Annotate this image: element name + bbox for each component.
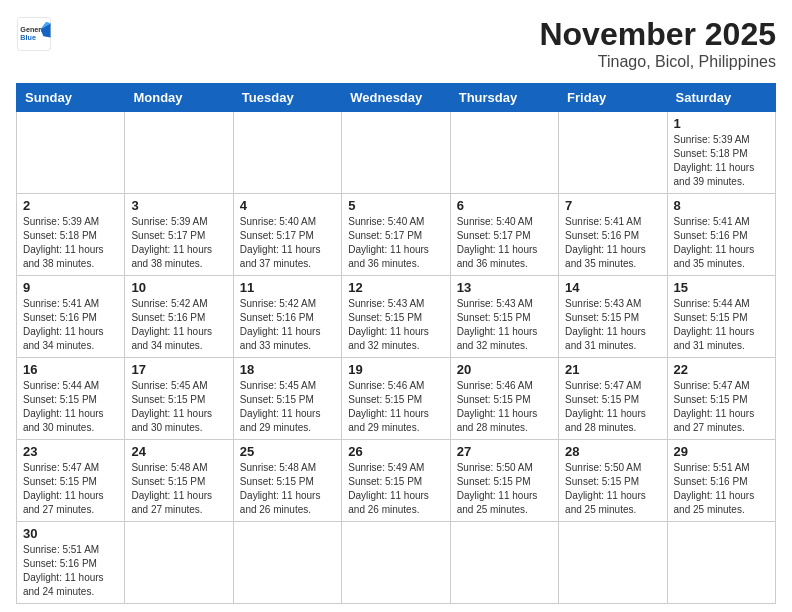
- weekday-header-friday: Friday: [559, 84, 667, 112]
- calendar-cell: 14Sunrise: 5:43 AM Sunset: 5:15 PM Dayli…: [559, 276, 667, 358]
- calendar-cell: 10Sunrise: 5:42 AM Sunset: 5:16 PM Dayli…: [125, 276, 233, 358]
- location-title: Tinago, Bicol, Philippines: [539, 53, 776, 71]
- day-info: Sunrise: 5:51 AM Sunset: 5:16 PM Dayligh…: [674, 461, 769, 517]
- week-row-4: 16Sunrise: 5:44 AM Sunset: 5:15 PM Dayli…: [17, 358, 776, 440]
- calendar-cell: [125, 112, 233, 194]
- weekday-header-tuesday: Tuesday: [233, 84, 341, 112]
- day-number: 15: [674, 280, 769, 295]
- calendar-cell: 9Sunrise: 5:41 AM Sunset: 5:16 PM Daylig…: [17, 276, 125, 358]
- day-number: 29: [674, 444, 769, 459]
- weekday-header-row: SundayMondayTuesdayWednesdayThursdayFrid…: [17, 84, 776, 112]
- day-number: 26: [348, 444, 443, 459]
- calendar-cell: [559, 112, 667, 194]
- calendar-cell: 23Sunrise: 5:47 AM Sunset: 5:15 PM Dayli…: [17, 440, 125, 522]
- week-row-2: 2Sunrise: 5:39 AM Sunset: 5:18 PM Daylig…: [17, 194, 776, 276]
- calendar-cell: [233, 112, 341, 194]
- day-info: Sunrise: 5:47 AM Sunset: 5:15 PM Dayligh…: [674, 379, 769, 435]
- week-row-1: 1Sunrise: 5:39 AM Sunset: 5:18 PM Daylig…: [17, 112, 776, 194]
- day-info: Sunrise: 5:44 AM Sunset: 5:15 PM Dayligh…: [674, 297, 769, 353]
- calendar-cell: 13Sunrise: 5:43 AM Sunset: 5:15 PM Dayli…: [450, 276, 558, 358]
- calendar-cell: [342, 112, 450, 194]
- calendar-cell: 27Sunrise: 5:50 AM Sunset: 5:15 PM Dayli…: [450, 440, 558, 522]
- month-title: November 2025: [539, 16, 776, 53]
- calendar-cell: 30Sunrise: 5:51 AM Sunset: 5:16 PM Dayli…: [17, 522, 125, 604]
- day-info: Sunrise: 5:48 AM Sunset: 5:15 PM Dayligh…: [131, 461, 226, 517]
- day-number: 25: [240, 444, 335, 459]
- day-number: 12: [348, 280, 443, 295]
- day-info: Sunrise: 5:42 AM Sunset: 5:16 PM Dayligh…: [131, 297, 226, 353]
- day-info: Sunrise: 5:51 AM Sunset: 5:16 PM Dayligh…: [23, 543, 118, 599]
- calendar-cell: 1Sunrise: 5:39 AM Sunset: 5:18 PM Daylig…: [667, 112, 775, 194]
- calendar-cell: 4Sunrise: 5:40 AM Sunset: 5:17 PM Daylig…: [233, 194, 341, 276]
- logo-svg: General Blue: [16, 16, 52, 52]
- calendar-cell: 26Sunrise: 5:49 AM Sunset: 5:15 PM Dayli…: [342, 440, 450, 522]
- day-info: Sunrise: 5:41 AM Sunset: 5:16 PM Dayligh…: [674, 215, 769, 271]
- day-number: 22: [674, 362, 769, 377]
- day-number: 10: [131, 280, 226, 295]
- day-info: Sunrise: 5:43 AM Sunset: 5:15 PM Dayligh…: [348, 297, 443, 353]
- day-number: 24: [131, 444, 226, 459]
- day-info: Sunrise: 5:45 AM Sunset: 5:15 PM Dayligh…: [240, 379, 335, 435]
- calendar-cell: [17, 112, 125, 194]
- calendar-cell: 3Sunrise: 5:39 AM Sunset: 5:17 PM Daylig…: [125, 194, 233, 276]
- day-number: 5: [348, 198, 443, 213]
- calendar-cell: [450, 522, 558, 604]
- title-section: November 2025 Tinago, Bicol, Philippines: [539, 16, 776, 71]
- day-info: Sunrise: 5:39 AM Sunset: 5:17 PM Dayligh…: [131, 215, 226, 271]
- day-info: Sunrise: 5:49 AM Sunset: 5:15 PM Dayligh…: [348, 461, 443, 517]
- calendar-cell: 25Sunrise: 5:48 AM Sunset: 5:15 PM Dayli…: [233, 440, 341, 522]
- day-number: 14: [565, 280, 660, 295]
- day-number: 28: [565, 444, 660, 459]
- day-number: 16: [23, 362, 118, 377]
- calendar-cell: [450, 112, 558, 194]
- weekday-header-wednesday: Wednesday: [342, 84, 450, 112]
- week-row-3: 9Sunrise: 5:41 AM Sunset: 5:16 PM Daylig…: [17, 276, 776, 358]
- day-info: Sunrise: 5:48 AM Sunset: 5:15 PM Dayligh…: [240, 461, 335, 517]
- day-info: Sunrise: 5:39 AM Sunset: 5:18 PM Dayligh…: [674, 133, 769, 189]
- day-number: 19: [348, 362, 443, 377]
- calendar-cell: 22Sunrise: 5:47 AM Sunset: 5:15 PM Dayli…: [667, 358, 775, 440]
- header: General Blue November 2025 Tinago, Bicol…: [16, 16, 776, 71]
- weekday-header-thursday: Thursday: [450, 84, 558, 112]
- day-info: Sunrise: 5:43 AM Sunset: 5:15 PM Dayligh…: [457, 297, 552, 353]
- day-number: 30: [23, 526, 118, 541]
- calendar-cell: 15Sunrise: 5:44 AM Sunset: 5:15 PM Dayli…: [667, 276, 775, 358]
- calendar-cell: 7Sunrise: 5:41 AM Sunset: 5:16 PM Daylig…: [559, 194, 667, 276]
- calendar-cell: [667, 522, 775, 604]
- calendar-cell: [233, 522, 341, 604]
- day-info: Sunrise: 5:40 AM Sunset: 5:17 PM Dayligh…: [348, 215, 443, 271]
- day-info: Sunrise: 5:45 AM Sunset: 5:15 PM Dayligh…: [131, 379, 226, 435]
- weekday-header-sunday: Sunday: [17, 84, 125, 112]
- day-number: 20: [457, 362, 552, 377]
- calendar-cell: [342, 522, 450, 604]
- calendar-cell: 19Sunrise: 5:46 AM Sunset: 5:15 PM Dayli…: [342, 358, 450, 440]
- svg-text:Blue: Blue: [20, 33, 36, 42]
- calendar-cell: 12Sunrise: 5:43 AM Sunset: 5:15 PM Dayli…: [342, 276, 450, 358]
- calendar-cell: 21Sunrise: 5:47 AM Sunset: 5:15 PM Dayli…: [559, 358, 667, 440]
- day-number: 11: [240, 280, 335, 295]
- day-number: 6: [457, 198, 552, 213]
- day-info: Sunrise: 5:47 AM Sunset: 5:15 PM Dayligh…: [23, 461, 118, 517]
- day-info: Sunrise: 5:50 AM Sunset: 5:15 PM Dayligh…: [565, 461, 660, 517]
- day-info: Sunrise: 5:50 AM Sunset: 5:15 PM Dayligh…: [457, 461, 552, 517]
- logo: General Blue: [16, 16, 52, 52]
- calendar-cell: 11Sunrise: 5:42 AM Sunset: 5:16 PM Dayli…: [233, 276, 341, 358]
- day-number: 21: [565, 362, 660, 377]
- day-number: 8: [674, 198, 769, 213]
- calendar-cell: 17Sunrise: 5:45 AM Sunset: 5:15 PM Dayli…: [125, 358, 233, 440]
- day-info: Sunrise: 5:43 AM Sunset: 5:15 PM Dayligh…: [565, 297, 660, 353]
- calendar-table: SundayMondayTuesdayWednesdayThursdayFrid…: [16, 83, 776, 604]
- day-number: 1: [674, 116, 769, 131]
- calendar-cell: 8Sunrise: 5:41 AM Sunset: 5:16 PM Daylig…: [667, 194, 775, 276]
- day-number: 7: [565, 198, 660, 213]
- week-row-5: 23Sunrise: 5:47 AM Sunset: 5:15 PM Dayli…: [17, 440, 776, 522]
- day-number: 18: [240, 362, 335, 377]
- day-number: 2: [23, 198, 118, 213]
- day-number: 9: [23, 280, 118, 295]
- day-number: 17: [131, 362, 226, 377]
- day-info: Sunrise: 5:41 AM Sunset: 5:16 PM Dayligh…: [23, 297, 118, 353]
- day-number: 4: [240, 198, 335, 213]
- calendar-cell: [559, 522, 667, 604]
- day-info: Sunrise: 5:40 AM Sunset: 5:17 PM Dayligh…: [457, 215, 552, 271]
- day-number: 3: [131, 198, 226, 213]
